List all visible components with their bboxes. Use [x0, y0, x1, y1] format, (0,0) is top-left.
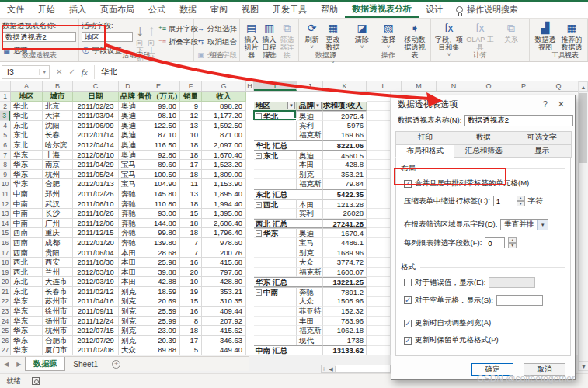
cell[interactable]: 沈阳: [43, 121, 73, 131]
cell[interactable]: 93.00: [137, 209, 180, 219]
cell[interactable]: 20: [180, 268, 202, 278]
pivot-region-cell[interactable]: [254, 121, 297, 131]
cell[interactable]: 华东: [11, 151, 43, 161]
cell[interactable]: 9: [180, 102, 202, 112]
cell[interactable]: 1,153.90: [202, 179, 246, 189]
cell[interactable]: 成都: [43, 238, 73, 248]
cell[interactable]: 92.80: [137, 151, 180, 161]
cell[interactable]: 10: [180, 130, 202, 140]
pivot-region-cell[interactable]: [254, 130, 297, 140]
row-header-13[interactable]: 13: [0, 209, 10, 219]
pivot-value-cell[interactable]: 5976: [323, 121, 367, 131]
cell[interactable]: 18: [180, 326, 202, 336]
pivot-brand-cell[interactable]: 奥迪: [297, 151, 323, 161]
empty-cells-checkbox[interactable]: [404, 296, 412, 304]
cell[interactable]: 西南: [11, 228, 43, 238]
collapse-icon[interactable]: −: [256, 113, 262, 120]
cell[interactable]: 17: [180, 160, 202, 170]
pivot-region-cell[interactable]: [254, 238, 297, 248]
cell[interactable]: 145.80: [137, 189, 180, 199]
cell[interactable]: 23.09: [137, 326, 180, 336]
button-pivotchart[interactable]: ▟数据透视图: [532, 21, 558, 51]
dialog-pivot-name-input[interactable]: [464, 115, 573, 126]
add-sheet-icon[interactable]: +: [112, 360, 120, 369]
cell[interactable]: 2011/06/10: [73, 199, 119, 210]
ribbon-tab-文件[interactable]: 文件: [0, 2, 31, 18]
header-cell[interactable]: 售价（万元）: [137, 92, 180, 102]
cell[interactable]: 17: [180, 336, 202, 346]
expand-field-button[interactable]: ⁺≡ 展开字段: [158, 23, 196, 34]
cell[interactable]: 华东: [11, 317, 43, 327]
cell[interactable]: 2,097.00: [202, 140, 246, 151]
pivot-region-cell[interactable]: [254, 317, 297, 327]
cell[interactable]: 华东: [11, 345, 43, 355]
cell[interactable]: 别克: [119, 336, 137, 346]
cell[interactable]: 19: [180, 287, 202, 297]
column-header-A[interactable]: A: [11, 81, 43, 91]
cell[interactable]: 1,395.00: [202, 209, 246, 219]
cell[interactable]: 122.50: [137, 121, 180, 131]
column-header-E[interactable]: E: [137, 81, 180, 91]
close-icon[interactable]: ✕: [554, 99, 569, 109]
pivot-brand-cell[interactable]: 福克斯: [297, 326, 323, 336]
sheet-nav-left-icon[interactable]: ◀: [0, 361, 12, 368]
header-cell[interactable]: 品牌: [119, 92, 137, 102]
cell[interactable]: 杭州市: [43, 326, 73, 336]
dialog-title-bar[interactable]: 数据透视表选项 ? ✕: [391, 95, 575, 113]
pivot-value-cell[interactable]: 26028: [323, 209, 367, 219]
pivot-region-cell[interactable]: [254, 326, 297, 336]
column-header-C[interactable]: C: [73, 81, 119, 91]
cell[interactable]: 本田: [119, 277, 137, 287]
cell[interactable]: 2012/01/13: [73, 179, 119, 189]
column-header-B[interactable]: B: [43, 81, 73, 91]
cell[interactable]: 奥迪: [119, 102, 137, 112]
collapse-icon[interactable]: −: [256, 289, 262, 296]
ribbon-tab-数据[interactable]: 数据: [172, 2, 204, 18]
cell[interactable]: 哈尔滨: [43, 140, 73, 151]
cell[interactable]: 2011/04/29: [73, 160, 119, 170]
column-header-N[interactable]: N: [437, 81, 471, 91]
cell[interactable]: 20.39: [137, 336, 180, 346]
ribbon-tab-插入[interactable]: 插入: [62, 2, 93, 18]
column-header-I[interactable]: I: [254, 81, 297, 91]
pivot-brand-cell[interactable]: 大众: [297, 296, 323, 307]
pivot-region-cell[interactable]: [254, 160, 297, 170]
cell[interactable]: 428.80: [202, 277, 246, 287]
sheet-tab-Sheet1[interactable]: Sheet1: [65, 357, 106, 371]
cell[interactable]: 中南: [11, 189, 43, 199]
pivot-region-cell[interactable]: −华东: [254, 228, 297, 238]
cell[interactable]: 449.40: [202, 345, 246, 355]
row-header-7[interactable]: 7: [0, 151, 10, 161]
pivot-value-cell[interactable]: 7891.2: [323, 287, 367, 297]
cell[interactable]: 东北: [11, 121, 43, 131]
cell[interactable]: 144.80: [137, 219, 180, 229]
cell[interactable]: 2011/12/06: [73, 219, 119, 229]
cell[interactable]: 16: [180, 258, 202, 268]
cell[interactable]: 东北: [11, 130, 43, 140]
row-header-5[interactable]: 5: [0, 130, 10, 140]
cell[interactable]: 奔驰: [119, 189, 137, 199]
pivot-brand-cell[interactable]: 奥迪: [297, 111, 323, 121]
pivot-value-cell[interactable]: 1213.28: [323, 199, 367, 210]
cell[interactable]: 2011/02/26: [73, 189, 119, 199]
pivot-brand-cell[interactable]: 奔驰: [297, 287, 323, 297]
scrollbar-track[interactable]: [336, 365, 390, 372]
cell[interactable]: 本田: [119, 268, 137, 278]
cell[interactable]: 奔驰: [119, 219, 137, 229]
cell[interactable]: 13: [180, 189, 202, 199]
cell[interactable]: 奔驰: [119, 228, 137, 238]
button-ungroup[interactable]: ⇆取消组合: [197, 36, 237, 47]
cell[interactable]: 华东: [11, 326, 43, 336]
merge-center-checkbox[interactable]: [404, 180, 412, 188]
cell[interactable]: 18.59: [137, 287, 180, 297]
row-header-12[interactable]: 12: [0, 199, 10, 210]
cell[interactable]: 2012/01/20: [73, 238, 119, 248]
cell[interactable]: 15: [180, 209, 202, 219]
cell[interactable]: 2011/03/04: [73, 111, 119, 121]
ribbon-tab-数据透视表分析[interactable]: 数据透视表分析: [345, 2, 419, 18]
active-field-input[interactable]: 地区: [82, 32, 133, 42]
row-header-2[interactable]: 2: [0, 102, 10, 112]
cell[interactable]: 978.60: [202, 238, 246, 248]
name-box[interactable]: I3 ▾: [2, 65, 50, 79]
cell[interactable]: 28.68: [137, 248, 180, 258]
